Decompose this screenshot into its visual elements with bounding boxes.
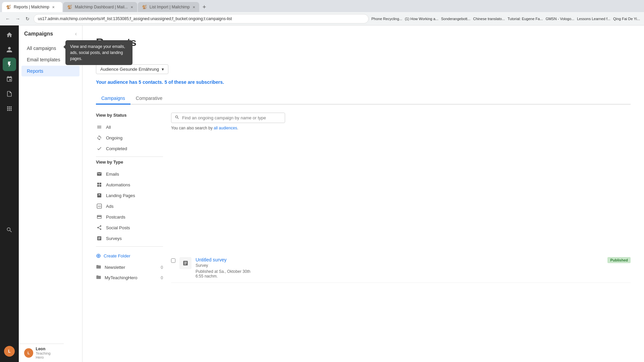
filter-ongoing-icon [96, 134, 103, 141]
campaign-date-text: Published at Sa., Oktober 30th [196, 269, 250, 274]
svg-rect-1 [100, 183, 101, 184]
user-avatar[interactable]: L [4, 346, 15, 357]
sidebar-icon-home[interactable] [3, 28, 16, 42]
svg-text:AD: AD [98, 205, 101, 207]
campaign-name-link[interactable]: Untitled survey [196, 257, 227, 262]
bookmark-4[interactable]: Chinese translato... [473, 17, 505, 21]
filter-item-surveys[interactable]: Surveys [96, 233, 163, 244]
filter-social-posts-label: Social Posts [106, 225, 130, 230]
campaign-time-text: 6:55 nachm. [196, 274, 218, 279]
filter-landing-pages-icon [96, 192, 103, 199]
filter-item-landing-pages[interactable]: Landing Pages [96, 190, 163, 201]
back-button[interactable]: ← [4, 15, 11, 23]
left-nav-back-button[interactable]: ‹ [75, 31, 77, 37]
audience-info-suffix: of these are subscribers. [167, 79, 224, 85]
user-title: Teaching Hero [36, 351, 58, 359]
url-text: us17.admin.mailchimp.com/reports/#f_list… [38, 16, 232, 21]
bookmark-5[interactable]: Tutorial: Eugene Fa... [507, 17, 543, 21]
forward-button[interactable]: → [14, 15, 21, 23]
filter-landing-pages-label: Landing Pages [106, 193, 135, 198]
filter-by-status-title: View by Status [96, 113, 163, 118]
sidebar-icon-search[interactable] [3, 223, 16, 237]
create-folder-button[interactable]: ⊕ Create Folder [96, 249, 163, 262]
tooltip: View and manage your emails, ads, social… [65, 40, 132, 65]
folder-newsletter-count: 0 [161, 265, 163, 270]
all-audiences-link[interactable]: all audiences [214, 126, 237, 130]
filter-emails-label: Emails [106, 172, 119, 177]
tab-active[interactable]: 🐒 Reports | Mailchimp ✕ [2, 2, 62, 12]
filter-item-postcards[interactable]: Postcards [96, 212, 163, 222]
campaign-info: Untitled survey Survey Published at Sa.,… [196, 257, 603, 279]
tab-close-button[interactable]: ✕ [52, 5, 55, 9]
content-tabs: Campaigns Comparative [96, 93, 631, 105]
svg-rect-3 [100, 185, 101, 187]
search-input[interactable] [182, 115, 281, 120]
campaign-type-label: Survey [196, 263, 603, 268]
sidebar-icon-integrations[interactable] [3, 102, 16, 115]
filter-surveys-label: Surveys [106, 236, 122, 241]
tab-close-button-3[interactable]: ✕ [193, 5, 195, 9]
reload-button[interactable]: ↻ [24, 15, 31, 23]
filter-item-social-posts[interactable]: Social Posts [96, 222, 163, 233]
filter-surveys-icon [96, 235, 103, 242]
url-field[interactable]: us17.admin.mailchimp.com/reports/#f_list… [34, 14, 369, 23]
audience-info-prefix: Your audience has [96, 79, 139, 85]
bookmark-8[interactable]: Qing Fai De Yi... [613, 17, 640, 21]
search-also: You can also search by all audiences. [171, 126, 285, 130]
filter-column: View by Status All Ongoing [96, 113, 163, 283]
sidebar-icon-content[interactable] [3, 87, 16, 101]
tab-inactive-2[interactable]: 🐒 List Import | Mailchimp ✕ [138, 2, 199, 12]
tab-inactive-1[interactable]: 🐒 Mailchimp Dashboard | Mail... ✕ [63, 2, 137, 12]
audience-dropdown[interactable]: Audience Gesunde Ernährung ▾ [96, 64, 168, 74]
filter-item-emails[interactable]: Emails [96, 169, 163, 179]
sidebar-icon-contacts[interactable] [3, 43, 16, 56]
sidebar-icon-campaigns[interactable] [3, 58, 16, 71]
tab-campaigns[interactable]: Campaigns [96, 93, 130, 105]
filter-item-ongoing[interactable]: Ongoing [96, 132, 163, 143]
bookmark-1[interactable]: Phone Recycling... [371, 17, 402, 21]
filter-all-label: All [106, 125, 111, 130]
folder-item-newsletter[interactable]: Newsletter 0 [96, 262, 163, 273]
filter-item-all[interactable]: All [96, 122, 163, 132]
tab-bar: 🐒 Reports | Mailchimp ✕ 🐒 Mailchimp Dash… [0, 0, 644, 12]
svg-rect-2 [97, 185, 99, 187]
search-input-wrap [171, 113, 285, 123]
right-column: You can also search by all audiences. Un… [171, 113, 631, 283]
audience-contacts-count: 5 [139, 79, 141, 85]
filter-divider [96, 157, 163, 157]
bookmark-2[interactable]: (1) How Working a... [405, 17, 438, 21]
tab-comparative[interactable]: Comparative [130, 93, 168, 105]
filter-all-icon [96, 124, 103, 130]
search-icon [175, 115, 179, 121]
campaign-date: Published at Sa., Oktober 30th 6:55 nach… [196, 269, 603, 279]
new-tab-button[interactable]: + [200, 4, 209, 11]
nav-item-reports[interactable]: Reports [21, 66, 79, 76]
tab-close-button-2[interactable]: ✕ [130, 5, 133, 9]
user-avatar-bottom[interactable]: L [24, 348, 33, 358]
audience-dropdown-label: Audience Gesunde Ernährung [100, 67, 159, 72]
campaign-checkbox[interactable] [171, 258, 175, 263]
left-nav: Campaigns ‹ All campaigns Email template… [19, 25, 83, 362]
folder-myteachinghero-icon [96, 275, 101, 281]
bookmark-6[interactable]: GMSN - Vologo... [546, 17, 575, 21]
filter-automations-label: Automations [106, 182, 130, 187]
user-name: Leon [36, 347, 58, 351]
filter-postcards-label: Postcards [106, 215, 125, 220]
filter-item-completed[interactable]: Completed [96, 143, 163, 154]
filter-item-ads[interactable]: AD Ads [96, 201, 163, 212]
folder-item-myteachinghero[interactable]: MyTeachingHero 0 [96, 273, 163, 283]
folder-divider [96, 246, 163, 247]
user-section: L Leon Teaching Hero [19, 344, 64, 362]
folder-newsletter-icon [96, 264, 101, 270]
bookmark-3[interactable]: Sonderangebott... [441, 17, 470, 21]
bookmark-7[interactable]: Lessons Learned f... [577, 17, 610, 21]
filter-emails-icon [96, 171, 103, 177]
svg-rect-0 [97, 183, 99, 184]
filter-item-automations[interactable]: Automations [96, 179, 163, 190]
filter-ads-label: Ads [106, 204, 113, 209]
tab-label-3: List Import | Mailchimp [150, 5, 190, 9]
sidebar-icon-automations[interactable] [3, 72, 16, 86]
search-also-suffix: . [237, 126, 238, 130]
tab-favicon: 🐒 [6, 5, 11, 9]
published-badge: Published [607, 257, 631, 263]
